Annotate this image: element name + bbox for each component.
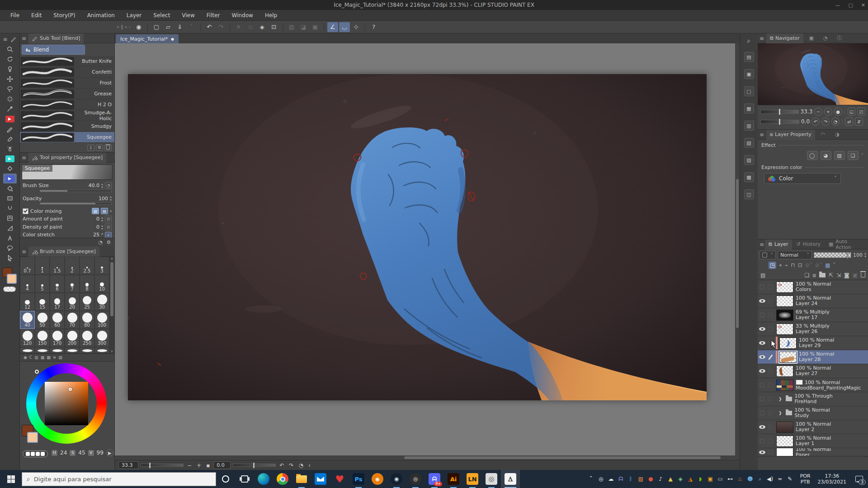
subtool-group-blend[interactable]: Blend bbox=[22, 45, 85, 55]
eye-empty[interactable] bbox=[760, 439, 764, 443]
taskbar-app-clip-studio[interactable]: ◎ bbox=[482, 470, 501, 488]
layer-name[interactable]: Layer 26 bbox=[796, 329, 830, 334]
color-mixing-row[interactable]: Color mixing ▤ ▤ ▾ bbox=[20, 206, 114, 214]
transparent-color-swatch[interactable] bbox=[3, 286, 16, 292]
layer-name[interactable]: Layer 29 bbox=[799, 343, 834, 348]
tray-mic-icon[interactable]: ♪ bbox=[656, 474, 665, 484]
blend-mode-dropdown[interactable]: Normal˅ bbox=[778, 251, 812, 259]
tab-auto-action[interactable]: ▦Auto Action bbox=[825, 239, 866, 249]
stroke-tab-icon[interactable]: ◠ bbox=[817, 130, 829, 139]
wheel-sub-color[interactable] bbox=[27, 432, 38, 443]
eye-icon[interactable] bbox=[759, 354, 765, 360]
layer-visibility-cell[interactable] bbox=[758, 354, 767, 360]
brush-size-tab[interactable]: Brush size [Squeegee] bbox=[28, 247, 99, 257]
amount-of-paint-row[interactable]: Amount of paint 0 ▴▾ ⊘ bbox=[20, 214, 114, 222]
tray-wifi-icon[interactable]: ≈ bbox=[775, 474, 785, 484]
subtool-item-smudge-a-holic[interactable]: Smudge-A-Holic bbox=[20, 110, 114, 121]
crop-button[interactable]: ⊡ bbox=[269, 22, 279, 32]
tray-discord-tray-icon[interactable]: ᗣ bbox=[616, 474, 626, 484]
brush-size-30[interactable]: 30 bbox=[94, 293, 109, 311]
nav-zoom-out-icon[interactable]: − bbox=[814, 108, 822, 116]
taskbar-app-clip-studio-paint[interactable]: Ꙙ bbox=[501, 470, 520, 488]
color-wheel[interactable]: H 24 S 45 V 99 ▶ bbox=[20, 361, 114, 446]
tool-fill[interactable] bbox=[3, 183, 17, 193]
layer-visibility-cell[interactable] bbox=[758, 383, 767, 387]
brush-size-4[interactable]: 4 bbox=[20, 275, 35, 293]
tray-pen-tray-icon[interactable]: ✎ bbox=[785, 474, 795, 484]
tool-liquify[interactable] bbox=[3, 203, 17, 213]
tray-audio-red-icon[interactable]: ● bbox=[646, 474, 656, 484]
navigator-tab[interactable]: ⧉ Navigator bbox=[766, 33, 803, 43]
open-file-button[interactable]: ▱ bbox=[163, 22, 174, 32]
saturation-value-square[interactable] bbox=[45, 382, 88, 425]
nav-reset-rotate-icon[interactable]: ◔ bbox=[831, 117, 840, 126]
zoom-in-button[interactable]: + bbox=[195, 462, 203, 469]
color-dial-icon[interactable]: ▶ bbox=[106, 449, 113, 456]
tray-remote-icon[interactable]: ▭ bbox=[716, 474, 725, 484]
tool-airbrush[interactable] bbox=[3, 144, 17, 154]
subtool-item-frost[interactable]: Frost bbox=[20, 78, 114, 89]
taskbar-app-mail[interactable] bbox=[311, 470, 330, 488]
material-palette-icon-3[interactable]: ▦ bbox=[744, 103, 754, 113]
tool-pen[interactable] bbox=[3, 124, 17, 134]
brush-size-partial[interactable] bbox=[50, 347, 65, 353]
layer-row-layer-2[interactable]: 100 % NormalLayer 2 bbox=[758, 420, 868, 434]
tool-gradient[interactable] bbox=[3, 193, 17, 203]
layer-thumbnail[interactable] bbox=[776, 296, 793, 307]
tool-rotate[interactable] bbox=[3, 54, 17, 64]
effect-more-chevron[interactable]: ˅ bbox=[861, 153, 864, 159]
notification-center-button[interactable]: 3 bbox=[850, 470, 868, 488]
start-button[interactable] bbox=[0, 470, 22, 488]
tray-search-blue-icon[interactable]: ⌕ bbox=[755, 474, 765, 484]
eye-icon[interactable] bbox=[759, 368, 765, 374]
new-vector-layer-icon[interactable]: ⧈ bbox=[812, 272, 816, 278]
layer-name[interactable]: FireHand bbox=[795, 399, 833, 404]
color-mixer-toggle-icon[interactable]: ▩ bbox=[47, 355, 51, 360]
combine-layer-icon[interactable]: ⇲ bbox=[836, 272, 841, 278]
subtool-item-smudgy[interactable]: Smudgy bbox=[20, 121, 114, 132]
layer-row-firehand[interactable]: ❯100 % ThroughFireHand bbox=[758, 392, 868, 406]
eye-icon[interactable] bbox=[759, 450, 765, 455]
canvas-horizontal-scrollbar[interactable] bbox=[115, 455, 740, 460]
maximize-button[interactable]: ▢ bbox=[848, 2, 853, 8]
tool-ruler[interactable] bbox=[3, 223, 17, 233]
layer-name[interactable]: Layer 27 bbox=[796, 371, 831, 376]
taskbar-app-file-explorer[interactable] bbox=[292, 470, 311, 488]
material-palette-icon-5[interactable]: ▧ bbox=[744, 138, 754, 148]
flip-horizontal-icon[interactable]: ⇄ bbox=[845, 117, 853, 126]
tool-move[interactable] bbox=[3, 74, 17, 84]
taskbar-app-steam[interactable]: ◉ bbox=[387, 470, 406, 488]
color-mixing-checkbox[interactable] bbox=[23, 208, 28, 214]
layer-name[interactable]: MoodBoard_PaintingMagic bbox=[796, 385, 861, 391]
color-wheel-toggle-icon[interactable]: ◉ bbox=[24, 355, 27, 360]
subtool-item-confetti[interactable]: Confetti bbox=[20, 67, 114, 78]
eye-icon[interactable] bbox=[759, 326, 765, 332]
tab-layer[interactable]: ⧉Layer bbox=[765, 239, 792, 249]
duplicate-subtool-button[interactable]: ⧉ bbox=[96, 145, 103, 151]
help-button[interactable]: ? bbox=[368, 22, 379, 32]
color-history-pill[interactable] bbox=[23, 450, 48, 457]
brush-size-partial[interactable] bbox=[35, 347, 50, 353]
collapse-status-button[interactable]: ‹ bbox=[307, 462, 312, 469]
flip-vertical-icon[interactable]: ⇵ bbox=[855, 117, 863, 126]
brush-size-1[interactable]: 1 bbox=[35, 257, 50, 275]
brush-size-70[interactable]: 70 bbox=[65, 311, 80, 329]
brush-size-80[interactable]: 80 bbox=[80, 311, 94, 329]
layer-visibility-cell[interactable] bbox=[758, 340, 767, 346]
quick-access-palette-icon[interactable]: ▤ bbox=[744, 52, 754, 62]
layer-visibility-cell[interactable] bbox=[758, 397, 767, 401]
layer-visibility-cell[interactable] bbox=[758, 424, 767, 430]
tray-volume-icon[interactable]: ◀) bbox=[765, 474, 775, 484]
brush-size-10[interactable]: 10 bbox=[94, 275, 109, 293]
color-mixing-mode-1[interactable]: ▤ bbox=[92, 208, 99, 214]
brush-size-row[interactable]: Brush Size 40.0 ▴▾ ◔ bbox=[20, 181, 114, 189]
layer-name[interactable]: Layer 1 bbox=[796, 441, 831, 446]
brush-size-6[interactable]: 6 bbox=[50, 275, 65, 293]
rotate-right-button[interactable]: ↷ bbox=[288, 462, 295, 469]
tool-tool-red[interactable]: ▶ bbox=[3, 114, 17, 124]
layer-row-layer-28[interactable]: 100 % NormalLayer 28 bbox=[758, 350, 868, 364]
layer-visibility-cell[interactable] bbox=[758, 439, 767, 443]
clip-studio-logo-button[interactable]: ◉ bbox=[133, 22, 144, 32]
sub-color-swatch[interactable] bbox=[7, 274, 17, 284]
register-subtool-button[interactable]: ⇩ bbox=[87, 145, 94, 151]
